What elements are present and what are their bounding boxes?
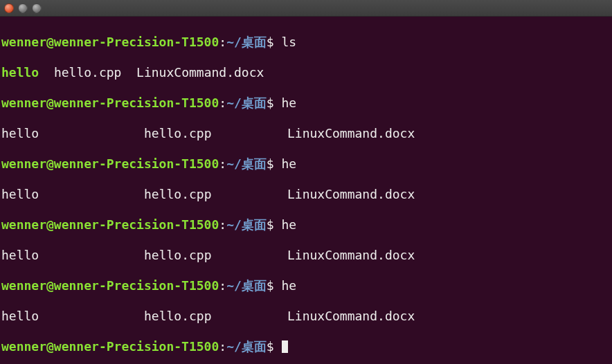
file: hello.cpp <box>144 248 287 263</box>
file: hello.cpp <box>144 126 287 141</box>
prompt-line: wenner@wenner-Precision-T1500:~/桌面$ he <box>1 156 611 172</box>
maximize-icon[interactable] <box>32 3 42 13</box>
prompt-path: ~/桌面 <box>226 95 267 110</box>
prompt-path: ~/桌面 <box>226 339 267 354</box>
window-titlebar <box>0 0 612 17</box>
prompt-symbol: $ <box>267 156 274 171</box>
prompt-sep: : <box>219 339 226 354</box>
cursor[interactable] <box>282 340 288 353</box>
prompt-symbol: $ <box>267 95 274 110</box>
prompt-path: ~/桌面 <box>226 217 267 232</box>
command-text: he <box>282 156 297 171</box>
completion-output-line: hellohello.cppLinuxCommand.docx <box>1 309 611 324</box>
file: hello <box>1 248 144 263</box>
file: LinuxCommand.docx <box>287 309 415 324</box>
completion-output-line: hellohello.cppLinuxCommand.docx <box>1 187 611 202</box>
prompt-user: wenner@wenner-Precision-T1500 <box>1 217 219 232</box>
file: hello <box>1 309 144 324</box>
prompt-line: wenner@wenner-Precision-T1500:~/桌面$ he <box>1 217 611 233</box>
prompt-user: wenner@wenner-Precision-T1500 <box>1 156 219 171</box>
prompt-symbol: $ <box>267 278 274 293</box>
file: hello <box>1 126 144 141</box>
command-text: ls <box>282 35 297 49</box>
file: hello.cpp <box>54 65 122 80</box>
ls-output-line: hello hello.cpp LinuxCommand.docx <box>1 65 611 80</box>
prompt-symbol: $ <box>267 217 274 232</box>
prompt-path: ~/桌面 <box>226 156 267 171</box>
file: hello.cpp <box>144 187 287 202</box>
close-icon[interactable] <box>4 3 14 13</box>
prompt-sep: : <box>219 156 226 171</box>
prompt-user: wenner@wenner-Precision-T1500 <box>1 339 219 354</box>
terminal-output[interactable]: wenner@wenner-Precision-T1500:~/桌面$ ls h… <box>0 17 612 364</box>
prompt-symbol: $ <box>267 35 274 49</box>
prompt-line: wenner@wenner-Precision-T1500:~/桌面$ he <box>1 278 611 293</box>
prompt-user: wenner@wenner-Precision-T1500 <box>1 95 219 110</box>
prompt-line: wenner@wenner-Precision-T1500:~/桌面$ he <box>1 95 611 111</box>
prompt-sep: : <box>219 278 226 293</box>
command-text: he <box>282 95 297 110</box>
file: LinuxCommand.docx <box>287 126 415 141</box>
file-executable: hello <box>1 65 39 80</box>
prompt-path: ~/桌面 <box>226 278 267 293</box>
minimize-icon[interactable] <box>18 3 28 13</box>
prompt-line-current: wenner@wenner-Precision-T1500:~/桌面$ <box>1 339 611 354</box>
prompt-path: ~/桌面 <box>226 35 267 49</box>
file: LinuxCommand.docx <box>287 248 415 263</box>
file: LinuxCommand.docx <box>136 65 264 80</box>
prompt-user: wenner@wenner-Precision-T1500 <box>1 35 219 49</box>
prompt-line: wenner@wenner-Precision-T1500:~/桌面$ ls <box>1 35 611 50</box>
prompt-sep: : <box>219 35 226 49</box>
command-text: he <box>282 217 297 232</box>
completion-output-line: hellohello.cppLinuxCommand.docx <box>1 248 611 263</box>
file: LinuxCommand.docx <box>287 187 415 202</box>
prompt-sep: : <box>219 95 226 110</box>
command-text: he <box>282 278 297 293</box>
prompt-symbol: $ <box>267 339 274 354</box>
file: hello <box>1 187 144 202</box>
prompt-sep: : <box>219 217 226 232</box>
prompt-user: wenner@wenner-Precision-T1500 <box>1 278 219 293</box>
completion-output-line: hellohello.cppLinuxCommand.docx <box>1 126 611 141</box>
file: hello.cpp <box>144 309 287 324</box>
